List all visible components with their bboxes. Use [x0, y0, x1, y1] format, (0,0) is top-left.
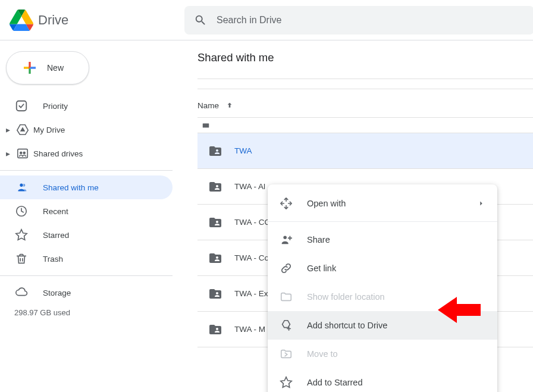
- folder-icon: [280, 290, 293, 303]
- menu-item-label: Open with: [307, 199, 346, 208]
- svg-rect-0: [17, 101, 27, 111]
- svg-marker-14: [283, 321, 290, 328]
- divider: [0, 170, 173, 171]
- menu-item-moveto: Move to: [268, 340, 497, 368]
- file-name: TWA - M: [234, 325, 265, 334]
- search-input[interactable]: [217, 15, 525, 26]
- priority-icon: [14, 99, 29, 113]
- menu-item-share[interactable]: Share: [268, 225, 497, 254]
- file-name: TWA - Co: [234, 253, 269, 262]
- sidebar-item-label: Storage: [43, 288, 71, 297]
- app-name: Drive: [38, 12, 68, 28]
- menu-item-label: Show folder location: [307, 292, 385, 302]
- folder-shared-icon: [208, 144, 222, 158]
- svg-marker-17: [281, 377, 291, 387]
- list-section-stub: [197, 79, 533, 89]
- sidebar-item-label: Shared drives: [33, 149, 83, 158]
- shareddrives-icon: [15, 146, 30, 161]
- sidebar-item-starred[interactable]: Starred: [0, 223, 173, 247]
- openwith-icon: [280, 197, 293, 210]
- sidebar-item-priority[interactable]: Priority: [0, 94, 173, 118]
- menu-item-label: Get link: [307, 264, 336, 273]
- context-menu: Open withShareGet linkShow folder locati…: [268, 184, 497, 392]
- sidebar-item-label: Shared with me: [43, 183, 99, 192]
- file-name: TWA - Ex: [234, 289, 268, 298]
- svg-point-5: [23, 152, 25, 154]
- search-bar[interactable]: [184, 6, 533, 35]
- moveto-icon: [280, 347, 293, 360]
- new-button-label: New: [47, 63, 64, 73]
- app-logo-block[interactable]: Drive: [0, 8, 184, 32]
- sidebar-item-storage[interactable]: Storage: [0, 281, 173, 305]
- menu-item-label: Add to Starred: [307, 378, 363, 387]
- new-button[interactable]: New: [6, 51, 89, 84]
- column-header-name[interactable]: Name: [197, 94, 533, 118]
- storage-used: 298.97 GB used: [0, 305, 173, 317]
- svg-marker-19: [438, 297, 481, 323]
- sidebar-item-label: My Drive: [33, 126, 65, 134]
- file-row[interactable]: TWA: [197, 133, 533, 169]
- expand-icon[interactable]: ▸: [4, 149, 12, 158]
- sidebar-item-label: Trash: [43, 255, 63, 264]
- svg-marker-2: [21, 128, 24, 131]
- file-name: TWA - Al: [234, 182, 265, 191]
- sidebar-item-mydrive[interactable]: ▸ My Drive: [0, 118, 173, 142]
- sidebar-item-label: Recent: [43, 207, 68, 216]
- chevron-right-icon: [477, 199, 485, 208]
- star-icon: [14, 228, 29, 242]
- trash-icon: [14, 252, 29, 266]
- search-icon: [194, 14, 207, 27]
- sidebar-item-label: Starred: [43, 231, 69, 240]
- divider: [0, 275, 173, 276]
- sidebar: New Priority ▸ My Drive ▸ Shared drives …: [0, 40, 173, 317]
- sidebar-item-shareddrives[interactable]: ▸ Shared drives: [0, 142, 173, 165]
- svg-marker-7: [16, 230, 27, 240]
- list-item-stub: [197, 118, 533, 133]
- svg-point-11: [283, 236, 287, 240]
- mydrive-icon: [15, 123, 30, 137]
- drive-logo-icon: [10, 8, 33, 32]
- folder-shared-icon: [208, 287, 222, 301]
- column-header-label: Name: [197, 101, 219, 110]
- page-title: Shared with me: [197, 51, 533, 64]
- file-name: TWA - CO: [234, 218, 271, 227]
- divider: [268, 221, 497, 222]
- annotation-arrow: [438, 293, 481, 327]
- plus-icon: [21, 59, 39, 77]
- menu-item-link[interactable]: Get link: [268, 254, 497, 283]
- recent-icon: [14, 204, 29, 218]
- menu-item-star[interactable]: Add to Starred: [268, 368, 497, 392]
- folder-shared-icon: [208, 322, 222, 337]
- file-name: TWA: [234, 146, 252, 155]
- svg-rect-10: [203, 123, 209, 127]
- share-icon: [280, 233, 293, 246]
- menu-item-label: Move to: [307, 349, 338, 359]
- expand-icon[interactable]: ▸: [4, 125, 12, 134]
- sort-arrow-icon: [225, 101, 234, 111]
- sidebar-item-trash[interactable]: Trash: [0, 247, 173, 271]
- menu-item-label: Add shortcut to Drive: [307, 321, 387, 330]
- star-icon: [280, 376, 293, 389]
- menu-item-label: Share: [307, 235, 330, 244]
- sharedwithme-icon: [14, 180, 29, 195]
- folder-shared-icon: [208, 180, 222, 194]
- storage-icon: [14, 286, 29, 300]
- menu-item-openwith[interactable]: Open with: [268, 189, 497, 218]
- sidebar-item-recent[interactable]: Recent: [0, 199, 173, 223]
- shortcut-icon: [280, 319, 293, 332]
- folder-shared-icon: [208, 251, 222, 265]
- folder-shared-icon: [208, 215, 222, 230]
- svg-point-4: [20, 152, 22, 154]
- sidebar-item-label: Priority: [43, 102, 68, 111]
- link-icon: [280, 262, 293, 275]
- sidebar-item-sharedwithme[interactable]: Shared with me: [0, 175, 173, 199]
